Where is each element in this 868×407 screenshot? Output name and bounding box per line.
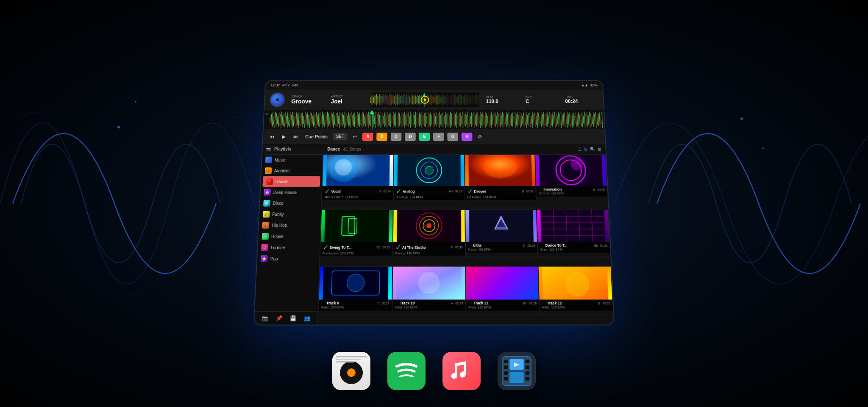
svg-rect-415	[590, 113, 592, 126]
svg-rect-147	[473, 96, 474, 103]
svg-rect-208	[334, 115, 335, 125]
svg-rect-190	[312, 116, 313, 124]
svg-rect-334	[490, 114, 491, 125]
cue-key-c[interactable]: C	[391, 132, 402, 140]
app-icon-scrobbler[interactable]	[332, 352, 370, 390]
svg-rect-300	[448, 112, 448, 127]
sidebar-item-dance[interactable]: 💃 Dance	[262, 176, 320, 187]
sidebar-item-lounge[interactable]: 🛋️ Lounge	[258, 242, 320, 253]
svg-rect-324	[478, 112, 479, 127]
waveform-zoomed[interactable]: 2	[264, 110, 604, 129]
track-card[interactable]: ✓ Swing To T... Db 00:32 Fourtastica 124…	[320, 209, 393, 256]
svg-rect-312	[462, 112, 463, 128]
svg-rect-42	[398, 95, 398, 104]
app-icon-spotify[interactable]	[387, 352, 426, 390]
skip-forward-button[interactable]: ⏭	[291, 132, 300, 140]
deep-house-icon: 🏠	[264, 189, 271, 196]
sidebar-icon-2[interactable]: 📌	[275, 315, 282, 321]
sidebar-icon-1[interactable]: 📷	[262, 315, 268, 321]
svg-rect-346	[505, 116, 506, 124]
grid-view-icon[interactable]: ⊞	[584, 147, 587, 151]
lounge-icon: 🛋️	[261, 244, 268, 251]
track-meta: Artist 130 BPM	[395, 305, 463, 309]
set-button[interactable]: SET	[333, 133, 348, 140]
cue-key-d[interactable]: D	[405, 132, 416, 140]
track-meta: Fusion 140 BPM	[395, 251, 462, 255]
svg-rect-172	[289, 112, 291, 127]
cue-key-g[interactable]: G	[448, 132, 459, 140]
list-view-icon[interactable]: ☰	[578, 147, 581, 151]
svg-rect-200	[324, 112, 326, 127]
sidebar-item-pop[interactable]: ⭐ Pop	[257, 253, 320, 265]
svg-rect-472	[504, 377, 508, 381]
sidebar-item-house[interactable]: 🏘️ House	[258, 231, 320, 242]
play-pause-button[interactable]: ▶	[280, 132, 288, 140]
sidebar-item-funky[interactable]: 🎸 Funky	[259, 209, 321, 220]
filter-icon[interactable]: ▦	[597, 147, 601, 151]
svg-rect-356	[517, 112, 518, 127]
svg-rect-167	[283, 113, 284, 126]
loop-button[interactable]: ↩	[351, 132, 359, 140]
track-card[interactable]: Track 10 A 00:33 Artist 130 BPM	[392, 266, 466, 315]
svg-rect-90	[432, 96, 433, 103]
block-button[interactable]: ⊘	[476, 132, 484, 140]
track-card[interactable]: ✓ Vocal G 00:24 The Breakers 101 BPM	[322, 155, 394, 201]
svg-rect-286	[430, 112, 431, 127]
sidebar-label-house: House	[271, 234, 284, 239]
cue-key-a[interactable]: A	[362, 132, 373, 140]
track-card[interactable]: Track 9 C 00:28 Artist 128 BPM	[318, 266, 392, 315]
track-card[interactable]: Innovation E 00:35 DJ Kick 128 BPM	[535, 155, 608, 201]
track-card[interactable]: Dance To T... Bb 00:32 Greg 126 BPM	[537, 209, 611, 256]
svg-rect-199	[323, 114, 324, 125]
cue-key-h[interactable]: H	[462, 132, 473, 140]
svg-rect-181	[300, 113, 302, 126]
svg-rect-145	[472, 95, 473, 104]
svg-rect-110	[447, 95, 447, 105]
track-card[interactable]: Ultra D 00:30 Fusion 88 BPM	[465, 209, 538, 256]
sidebar-item-disco[interactable]: 🪩 Disco	[260, 198, 321, 209]
svg-rect-158	[272, 112, 273, 127]
track-card[interactable]: Track 12 G 00:31 Artist 125 BPM	[538, 266, 613, 315]
cue-key-e[interactable]: E	[419, 132, 430, 140]
svg-rect-377	[543, 112, 545, 128]
svg-rect-282	[425, 112, 426, 127]
cue-key-f[interactable]: F	[433, 132, 444, 140]
track-meta: Fourtastica 124 BPM	[323, 251, 390, 255]
waveform-main[interactable]: // This won't execute as SVG script, so …	[370, 92, 479, 107]
track-art	[466, 267, 539, 300]
sidebar-icon-4[interactable]: 👥	[303, 315, 310, 321]
svg-rect-404	[577, 114, 578, 125]
svg-rect-475	[526, 371, 530, 375]
sidebar-item-deep-house[interactable]: 🏠 Deep House	[260, 187, 322, 198]
svg-rect-408	[582, 112, 583, 127]
svg-rect-226	[354, 112, 355, 127]
sidebar-icon-3[interactable]: 💾	[289, 315, 296, 321]
sidebar-item-hip-hop[interactable]: 🎤 Hip Hop	[259, 220, 320, 231]
track-card-info: ✓ Swing To T... Db 00:32 Fourtastica 124…	[320, 242, 392, 257]
sidebar-item-music[interactable]: 🎵 Music	[262, 155, 323, 165]
search-icon[interactable]: 🔍	[590, 147, 595, 151]
track-card[interactable]: ✓ At The Studio F 00:36 Fusion 140 BPM	[392, 209, 465, 256]
track-artist: Artist	[321, 305, 328, 309]
svg-rect-202	[327, 112, 328, 128]
track-duration: 00:24	[383, 190, 391, 193]
svg-rect-102	[441, 95, 441, 105]
skip-back-button[interactable]: ⏮	[267, 132, 276, 140]
track-art	[393, 210, 465, 242]
more-options[interactable]: ···	[364, 147, 367, 151]
svg-rect-59	[410, 97, 411, 102]
track-card[interactable]: ✓ Analog Ab 00:35 DJ Deep 128 BPM	[393, 155, 465, 201]
app-icon-apple-music[interactable]	[442, 352, 481, 390]
app-icon-film[interactable]	[498, 352, 536, 390]
svg-rect-215	[343, 115, 344, 125]
svg-rect-315	[466, 115, 467, 125]
track-key: C	[526, 98, 559, 104]
sidebar-item-ambient[interactable]: 🎼 Ambient	[262, 165, 323, 176]
svg-rect-94	[435, 95, 436, 105]
track-card[interactable]: ✓ Deeper B 00:32 DJ Douse 124 BPM	[465, 155, 537, 201]
track-card[interactable]: Track 11 F# 00:29 Artist 122 BPM	[465, 266, 540, 315]
svg-rect-141	[469, 97, 470, 102]
cue-key-b[interactable]: B	[376, 132, 387, 140]
svg-rect-250	[385, 114, 386, 125]
svg-rect-22	[384, 96, 384, 103]
